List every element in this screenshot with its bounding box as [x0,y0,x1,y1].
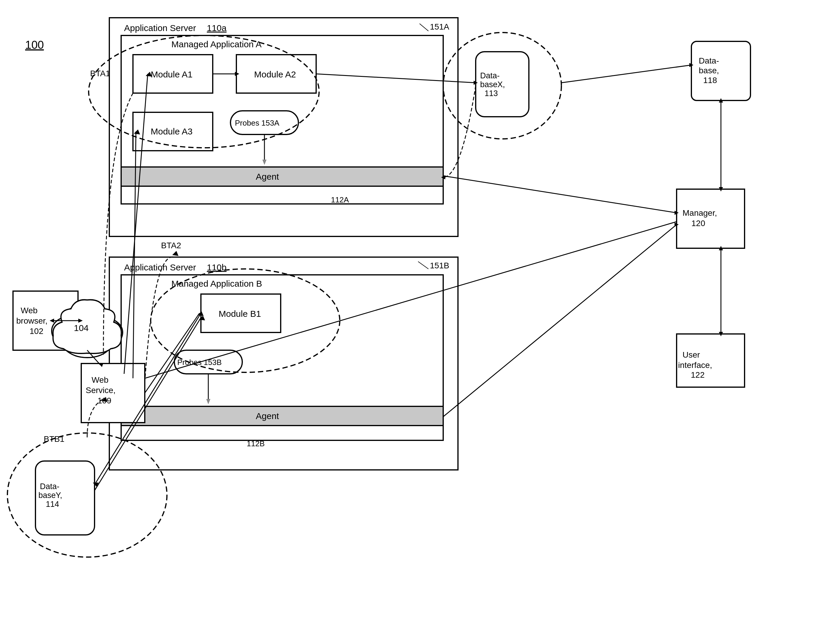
database-y-label: Data- [40,482,60,491]
module-a1-label: Module A1 [151,69,193,79]
module-b1-label: Module B1 [219,309,261,319]
manager-label2: 120 [691,219,705,228]
label-112a: 112A [331,195,349,204]
bta1-label: BTA1 [90,69,110,78]
user-interface-label2: interface, [678,361,712,370]
database-118-label3: 118 [703,76,717,85]
user-interface-label3: 122 [691,370,705,380]
app-server-a-id: 110a [207,23,227,33]
label-112b: 112B [247,439,265,448]
database-x-label3: 113 [484,89,498,98]
database-y-label2: baseY, [39,491,62,500]
app-server-a-label: Application Server [124,23,196,33]
agent-a-label: Agent [256,172,279,182]
module-a2-label: Module A2 [254,69,296,79]
manager-box [677,189,745,248]
label-151a: 151A [430,22,449,31]
cloud-label: 104 [74,323,89,333]
app-server-b-id: 110b [207,263,227,272]
btb1-label: BTB1 [44,435,64,444]
web-browser-label: Web [21,306,37,315]
database-y-label3: 114 [46,500,59,509]
manager-label: Manager, [682,208,717,217]
agent-a-bar [121,167,443,186]
svg-line-45 [562,65,691,83]
web-service-label2: Service, [86,386,116,395]
svg-line-31 [443,225,677,417]
probes-a-label: Probes 153A [235,119,280,127]
web-browser-label3: 102 [29,327,43,336]
bta2-label: BTA2 [161,241,181,250]
web-browser-label2: browser, [16,316,48,325]
app-server-b-label: Application Server [124,263,196,272]
database-x-label: Data- [480,71,500,80]
svg-marker-48 [172,251,179,256]
database-x-label2: baseX, [480,80,505,89]
label-151b: 151B [430,261,449,270]
user-interface-label: User [682,350,700,359]
svg-line-29 [443,176,677,213]
diagram-id: 100 [25,39,44,51]
managed-app-b-label: Managed Application B [171,279,262,288]
agent-b-label: Agent [256,411,279,421]
database-118-label2: base, [699,66,719,75]
managed-app-a-label: Managed Application A [171,39,261,49]
agent-b-bar [121,406,443,425]
database-118-label: Data- [699,56,719,65]
web-service-label: Web [92,375,108,385]
module-a3-label: Module A3 [151,127,193,136]
